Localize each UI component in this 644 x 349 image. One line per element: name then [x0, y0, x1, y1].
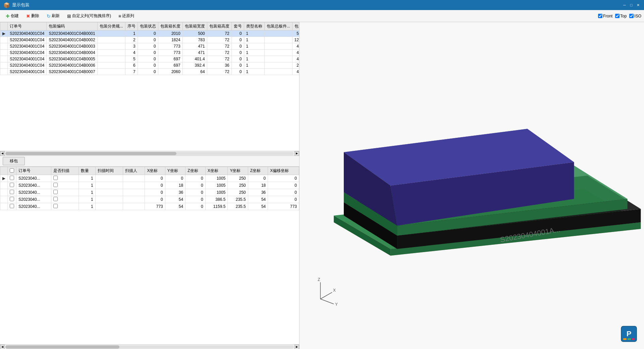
col-row-ind — [0, 167, 8, 175]
table-row[interactable]: S20230404001C04 S20230404001C04B0007 7 0… — [0, 69, 300, 75]
cell-cb1[interactable] — [8, 189, 16, 196]
col-z1[interactable]: Z坐标 — [185, 167, 206, 175]
maximize-button[interactable]: □ — [629, 2, 634, 8]
table-row[interactable]: S2023040... 1 0 18 0 1005 250 18 0 — [0, 182, 299, 189]
move-button-area: 移包 — [0, 156, 299, 167]
col-order[interactable]: 订单号 — [8, 22, 47, 31]
front-checkbox[interactable] — [598, 14, 602, 18]
table-row[interactable]: S20230404001C04 S20230404001C04B0005 5 0… — [0, 56, 300, 62]
cell-seq: 4 — [125, 50, 138, 56]
col-b-order[interactable]: 订单号 — [16, 167, 51, 175]
cell-scanned[interactable] — [51, 175, 79, 182]
col-qty[interactable]: 数量 — [79, 167, 96, 175]
cell-scanned[interactable] — [51, 182, 79, 189]
col-y1[interactable]: Y坐标 — [165, 167, 185, 175]
cell-z2: 18 — [248, 182, 268, 189]
select-all-cb[interactable] — [10, 168, 14, 173]
col-scantime[interactable]: 扫描时间 — [95, 167, 123, 175]
cell-qty: 1 — [79, 182, 96, 189]
col-x1[interactable]: X坐标 — [145, 167, 165, 175]
window-icon: 📦 — [3, 2, 10, 8]
col-seq[interactable]: 序号 — [125, 22, 138, 31]
col-category[interactable]: 包装分类规... — [97, 22, 125, 31]
close-button[interactable]: ✕ — [635, 2, 641, 8]
col-indicator — [0, 22, 8, 31]
restore-button[interactable]: ≡ 还原列 — [115, 12, 137, 20]
col-suit[interactable]: 套号 — [231, 22, 244, 31]
col-pkg[interactable]: 包 — [292, 22, 299, 31]
scroll-right-bot[interactable]: ▶ — [294, 345, 299, 349]
svg-rect-26 — [632, 338, 635, 340]
table-row[interactable]: S2023040... 1 773 54 0 1159.5 235.5 54 7… — [0, 203, 299, 210]
col-width[interactable]: 包装箱宽度 — [182, 22, 207, 31]
refresh-button[interactable]: ↻ 刷新 — [44, 12, 63, 20]
table-row[interactable]: S20230404001C04 S20230404001C04B0004 4 0… — [0, 50, 300, 56]
table-row[interactable]: S20230404001C04 S20230404001C04B0006 6 0… — [0, 62, 300, 69]
cell-total — [264, 37, 292, 43]
col-status[interactable]: 包装状态 — [138, 22, 158, 31]
col-total[interactable]: 包装总板件... — [264, 22, 292, 31]
table-row[interactable]: S2023040... 1 0 54 0 386.5 235.5 54 0 — [0, 196, 299, 203]
col-length[interactable]: 包装箱长度 — [158, 22, 182, 31]
iso-view-control[interactable]: ISO — [629, 14, 641, 18]
scroll-left[interactable]: ◀ — [0, 151, 5, 156]
front-view-control[interactable]: Front — [598, 14, 612, 18]
cell-y1: 36 — [165, 189, 185, 196]
col-cb1[interactable] — [8, 167, 16, 175]
row-indicator — [0, 182, 8, 189]
cell-seq: 1 — [125, 31, 138, 37]
top-view-control[interactable]: Top — [615, 14, 627, 18]
cell-scanned[interactable] — [51, 203, 79, 210]
col-y2[interactable]: Y坐标 — [228, 167, 248, 175]
table-row[interactable]: S20230404001C04 S20230404001C04B0002 2 0… — [0, 37, 300, 43]
cell-category — [97, 56, 125, 62]
scroll-thumb-bot[interactable] — [5, 345, 119, 349]
cell-suit: 0 — [231, 31, 244, 37]
bottom-hscroll[interactable]: ◀ ▶ — [0, 344, 299, 349]
cell-z2: 54 — [248, 196, 268, 203]
cell-total — [264, 50, 292, 56]
col-height[interactable]: 包装箱高度 — [207, 22, 231, 31]
col-xoff[interactable]: X偏移坐标 — [268, 167, 299, 175]
scroll-thumb[interactable] — [5, 152, 176, 155]
create-button[interactable]: ✚ 创建 — [3, 12, 22, 20]
move-button[interactable]: 移包 — [3, 157, 25, 165]
cell-cb1[interactable] — [8, 203, 16, 210]
cell-x2: 386.5 — [205, 196, 228, 203]
cell-pkg: 4 — [292, 56, 299, 62]
cell-cb1[interactable] — [8, 196, 16, 203]
cell-cb1[interactable] — [8, 182, 16, 189]
customize-button[interactable]: ⊞ 自定义列(可拖拽排序) — [64, 12, 114, 20]
col-scanner[interactable]: 扫描人 — [123, 167, 145, 175]
cell-cb1[interactable] — [8, 175, 16, 182]
cell-scanned[interactable] — [51, 196, 79, 203]
scroll-right[interactable]: ▶ — [294, 151, 299, 156]
cell-scanner — [123, 203, 145, 210]
scroll-left-bot[interactable]: ◀ — [0, 345, 5, 349]
cell-width: 471 — [182, 50, 207, 56]
cell-length: 697 — [158, 56, 182, 62]
iso-checkbox[interactable] — [629, 14, 634, 18]
cell-y2: 250 — [228, 182, 248, 189]
table-row[interactable]: S2023040... 1 0 36 0 1005 250 36 0 — [0, 189, 299, 196]
cell-category — [97, 37, 125, 43]
minimize-button[interactable]: ─ — [622, 2, 627, 8]
col-x2[interactable]: X坐标 — [205, 167, 228, 175]
col-z2[interactable]: Z坐标 — [248, 167, 268, 175]
top-checkbox[interactable] — [615, 14, 620, 18]
top-table-container[interactable]: 订单号 包装编码 包装分类规... 序号 包装状态 包装箱长度 包装箱宽度 包装… — [0, 22, 299, 151]
cell-order: S20230404001C04 — [8, 37, 47, 43]
col-typename[interactable]: 类型名称 — [244, 22, 264, 31]
table-row[interactable]: S20230404001C04 S20230404001C04B0003 3 0… — [0, 43, 300, 50]
col-code[interactable]: 包装编码 — [47, 22, 97, 31]
cell-xoff: 0 — [268, 189, 299, 196]
cell-scanned[interactable] — [51, 189, 79, 196]
cell-height: 72 — [207, 56, 231, 62]
top-hscroll[interactable]: ◀ ▶ — [0, 151, 299, 156]
col-scanned[interactable]: 是否扫描 — [51, 167, 79, 175]
row-indicator — [0, 37, 8, 43]
table-row[interactable]: ▶ S20230404001C04 S20230404001C04B0001 1… — [0, 31, 300, 37]
bottom-table-container[interactable]: 订单号 是否扫描 数量 扫描时间 扫描人 X坐标 Y坐标 Z坐标 X坐标 Y坐标… — [0, 167, 299, 344]
delete-button[interactable]: ✖ 删除 — [23, 12, 42, 20]
table-row[interactable]: ▶ S2023040... 1 0 0 0 1005 250 0 0 — [0, 175, 299, 182]
